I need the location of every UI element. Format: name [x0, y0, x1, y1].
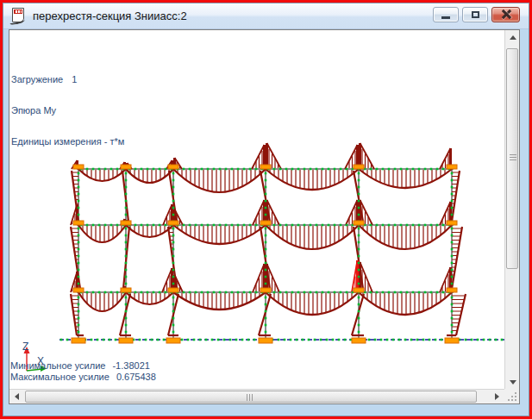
diagram-title-line: Эпюра My — [11, 105, 124, 116]
vertical-scroll-thumb[interactable] — [506, 48, 518, 269]
client-area: Загружение1 Эпюра My Единицы измерения -… — [9, 29, 520, 404]
thumb-grip-icon — [247, 394, 254, 401]
thumb-grip-icon — [510, 154, 516, 162]
window-controls — [433, 7, 520, 22]
minimize-button[interactable] — [433, 7, 459, 22]
right-arrow-icon — [495, 393, 499, 400]
units-line: Единицы измерения - т*м — [11, 136, 124, 147]
scroll-left-button[interactable] — [9, 390, 24, 403]
screenshot-red-border: перехрестя-секция Знииасс:2 Загружение1 … — [0, 0, 532, 419]
resize-grip-icon — [515, 399, 516, 401]
scroll-up-button[interactable] — [505, 30, 520, 44]
axis-z-label: Z — [22, 341, 28, 353]
vertical-scrollbar[interactable] — [504, 30, 519, 389]
up-arrow-icon — [510, 35, 516, 40]
window-title: перехрестя-секция Знииасс:2 — [33, 9, 187, 22]
restore-button[interactable] — [462, 7, 488, 22]
loadcase-info: Загружение1 Эпюра My Единицы измерения -… — [11, 53, 124, 167]
horizontal-scroll-thumb[interactable] — [25, 391, 477, 403]
close-icon — [501, 9, 510, 19]
down-arrow-icon — [510, 380, 516, 385]
results-block: Минимальное усилие-1.38021 Максимальное … — [10, 360, 156, 383]
minimize-icon — [441, 16, 450, 19]
scroll-right-button[interactable] — [490, 390, 504, 403]
app-window: перехрестя-секция Знииасс:2 Загружение1 … — [3, 3, 529, 416]
min-force-line: Минимальное усилие-1.38021 — [10, 360, 156, 372]
left-arrow-icon — [15, 393, 19, 400]
horizontal-scrollbar[interactable] — [9, 389, 504, 403]
max-force-line: Максимальное усилие0.675438 — [10, 372, 156, 383]
scrollbar-corner[interactable] — [504, 389, 519, 403]
scroll-down-button[interactable] — [505, 375, 520, 389]
close-button[interactable] — [491, 7, 520, 22]
diagram-viewport[interactable]: Загружение1 Эпюра My Единицы измерения -… — [9, 30, 508, 392]
restore-icon — [472, 11, 479, 18]
titlebar[interactable]: перехрестя-секция Знииасс:2 — [3, 3, 529, 29]
document-icon — [9, 7, 28, 28]
loadcase-line: Загружение1 — [11, 74, 124, 84]
